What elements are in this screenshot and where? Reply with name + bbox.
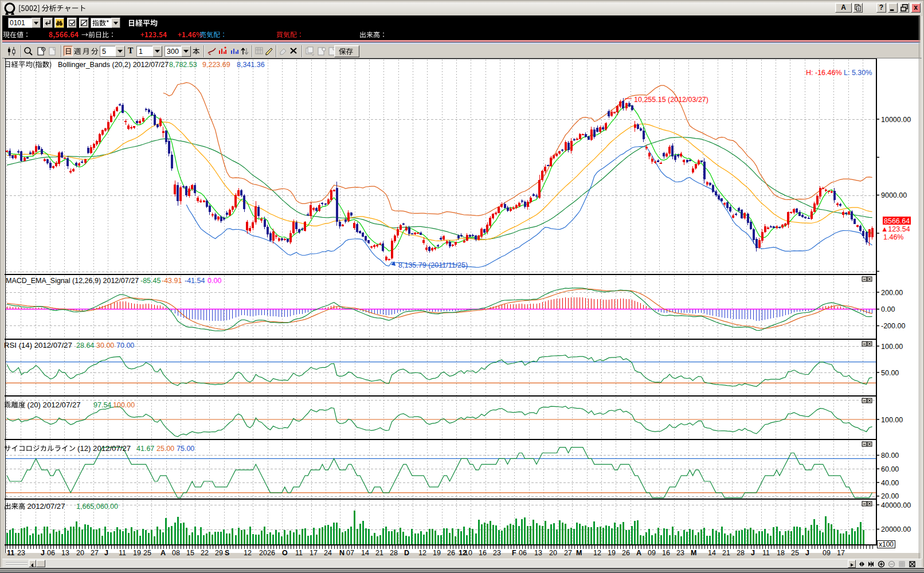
svg-text:J: J bbox=[41, 549, 45, 557]
svg-text:22: 22 bbox=[201, 549, 209, 557]
svg-text:▲123.54: ▲123.54 bbox=[881, 225, 910, 233]
svg-text:20000.00: 20000.00 bbox=[881, 525, 911, 533]
svg-text:1,665,060.00: 1,665,060.00 bbox=[76, 503, 118, 511]
svg-text:100.00: 100.00 bbox=[881, 343, 903, 351]
svg-text:06: 06 bbox=[47, 549, 55, 557]
svg-text:19: 19 bbox=[433, 549, 441, 557]
svg-text:-43.91: -43.91 bbox=[162, 277, 182, 285]
svg-text:8,341.36: 8,341.36 bbox=[237, 61, 265, 69]
svg-text:200.00: 200.00 bbox=[881, 289, 903, 297]
svg-text:40000.00: 40000.00 bbox=[881, 501, 911, 509]
svg-text:19: 19 bbox=[608, 549, 616, 557]
svg-text:40.00: 40.00 bbox=[881, 479, 899, 487]
svg-text:12: 12 bbox=[418, 549, 426, 557]
svg-text:75.00: 75.00 bbox=[177, 445, 194, 453]
svg-text:26: 26 bbox=[267, 549, 275, 557]
svg-text:25: 25 bbox=[791, 549, 799, 557]
svg-text:12: 12 bbox=[593, 549, 601, 557]
svg-text:O: O bbox=[282, 549, 288, 557]
svg-text:D: D bbox=[404, 549, 409, 557]
svg-text:S: S bbox=[225, 549, 229, 557]
svg-text:19: 19 bbox=[133, 549, 141, 557]
svg-text:100.00: 100.00 bbox=[113, 401, 135, 409]
svg-text:1.46%: 1.46% bbox=[883, 233, 903, 241]
svg-text:0.00: 0.00 bbox=[881, 305, 895, 313]
svg-text:20: 20 bbox=[76, 549, 84, 557]
svg-text:J: J bbox=[805, 549, 809, 557]
svg-text:x100: x100 bbox=[879, 540, 894, 548]
svg-text:30.00: 30.00 bbox=[96, 342, 114, 350]
svg-text:16: 16 bbox=[662, 549, 670, 557]
svg-text:J: J bbox=[104, 549, 108, 557]
svg-text:09: 09 bbox=[648, 549, 656, 557]
svg-text:28: 28 bbox=[390, 549, 398, 557]
svg-text:10: 10 bbox=[464, 549, 472, 557]
svg-text:18: 18 bbox=[777, 549, 785, 557]
svg-text:16: 16 bbox=[479, 549, 487, 557]
svg-text:10,255.15 (2012/03/27): 10,255.15 (2012/03/27) bbox=[634, 96, 708, 104]
svg-text:07: 07 bbox=[346, 549, 354, 557]
svg-text:11: 11 bbox=[295, 549, 303, 557]
svg-text:26: 26 bbox=[447, 549, 455, 557]
svg-text:L: 5.30%: L: 5.30% bbox=[844, 69, 872, 77]
svg-text:20: 20 bbox=[549, 549, 557, 557]
svg-text:41.67: 41.67 bbox=[136, 445, 154, 453]
svg-text:11: 11 bbox=[762, 549, 770, 557]
svg-text:28.64: 28.64 bbox=[76, 342, 94, 350]
svg-text:11: 11 bbox=[119, 549, 126, 557]
svg-text:A: A bbox=[160, 549, 166, 557]
svg-text:70.00: 70.00 bbox=[116, 342, 134, 350]
svg-text:50.00: 50.00 bbox=[881, 369, 899, 377]
svg-text:17: 17 bbox=[310, 549, 318, 557]
svg-text:20: 20 bbox=[259, 549, 267, 557]
svg-text:80.00: 80.00 bbox=[881, 452, 899, 460]
svg-text:29: 29 bbox=[215, 549, 223, 557]
svg-text:0.00: 0.00 bbox=[207, 277, 221, 285]
svg-text:28: 28 bbox=[737, 549, 745, 557]
svg-text:(12) 2012/07/27: (12) 2012/07/27 bbox=[77, 444, 131, 453]
svg-text:M: M bbox=[691, 549, 696, 557]
svg-text:F: F bbox=[512, 549, 516, 557]
svg-text:-200.00: -200.00 bbox=[881, 322, 905, 330]
svg-text:(20) 2012/07/27: (20) 2012/07/27 bbox=[28, 401, 81, 409]
svg-text:11: 11 bbox=[7, 549, 14, 557]
svg-text:08: 08 bbox=[172, 549, 180, 557]
svg-text:23: 23 bbox=[676, 549, 684, 557]
svg-text:27: 27 bbox=[564, 549, 572, 557]
svg-text:RSI (14) 2012/07/27: RSI (14) 2012/07/27 bbox=[4, 341, 72, 350]
svg-text:15: 15 bbox=[186, 549, 194, 557]
svg-text:20.00: 20.00 bbox=[881, 492, 899, 500]
svg-text:27: 27 bbox=[91, 549, 99, 557]
svg-text:21: 21 bbox=[722, 549, 730, 557]
svg-text:A: A bbox=[636, 549, 641, 557]
svg-text:100.00: 100.00 bbox=[881, 416, 903, 424]
svg-text:-41.54: -41.54 bbox=[185, 277, 205, 285]
svg-text:M: M bbox=[576, 549, 582, 557]
svg-text:9,223.69: 9,223.69 bbox=[202, 61, 230, 69]
svg-text:97.54: 97.54 bbox=[93, 401, 111, 409]
svg-text:-85.45: -85.45 bbox=[140, 277, 160, 285]
svg-text:12: 12 bbox=[244, 549, 252, 557]
svg-text:60.00: 60.00 bbox=[881, 465, 899, 473]
svg-text:21: 21 bbox=[375, 549, 383, 557]
svg-text:06: 06 bbox=[519, 549, 527, 557]
svg-text:2012/07/27: 2012/07/27 bbox=[28, 502, 65, 511]
svg-text:09: 09 bbox=[823, 549, 831, 557]
svg-text:8,782.53: 8,782.53 bbox=[169, 61, 197, 69]
svg-text:25.00: 25.00 bbox=[156, 445, 174, 453]
svg-text:J: J bbox=[751, 549, 755, 557]
svg-text:17: 17 bbox=[837, 549, 845, 557]
svg-text:13: 13 bbox=[61, 549, 69, 557]
svg-text:14: 14 bbox=[361, 549, 369, 557]
svg-text:10000.00: 10000.00 bbox=[881, 116, 911, 124]
svg-text:8566.64: 8566.64 bbox=[884, 217, 910, 225]
svg-text:9000.00: 9000.00 bbox=[881, 191, 907, 199]
svg-text:H: -16.46%: H: -16.46% bbox=[806, 69, 842, 77]
svg-text:25: 25 bbox=[143, 549, 151, 557]
svg-text:N: N bbox=[339, 549, 344, 557]
svg-text:23: 23 bbox=[493, 549, 501, 557]
svg-text:23: 23 bbox=[17, 549, 25, 557]
svg-text:MACD_EMA_Signal (12,26,9) 2012: MACD_EMA_Signal (12,26,9) 2012/07/27 bbox=[6, 277, 139, 285]
svg-text:13: 13 bbox=[534, 549, 542, 557]
svg-text:26: 26 bbox=[622, 549, 630, 557]
